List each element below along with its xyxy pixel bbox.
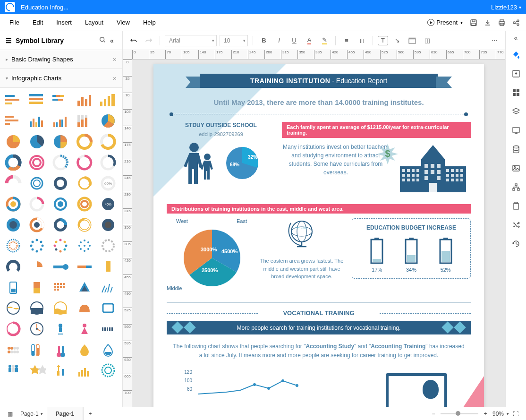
shape-thumb[interactable]	[3, 111, 24, 130]
menu-view[interactable]: View	[110, 14, 136, 31]
shape-thumb[interactable]	[26, 195, 47, 214]
shape-thumb[interactable]	[26, 340, 47, 359]
institution-text[interactable]: Many institutions invest on better teach…	[282, 143, 390, 177]
outline-toggle-icon[interactable]: ▥	[4, 407, 17, 420]
fill-tool-icon[interactable]	[509, 47, 524, 62]
hierarchy-icon[interactable]	[509, 180, 524, 195]
menu-insert[interactable]: Insert	[50, 14, 78, 31]
highlight-bar[interactable]: Distributions of training institutions i…	[167, 204, 471, 214]
shape-thumb[interactable]	[74, 91, 95, 110]
grid-panel-icon[interactable]	[509, 85, 524, 100]
shape-thumb[interactable]	[3, 132, 24, 151]
font-select[interactable]: Arial	[165, 35, 217, 46]
shape-thumb[interactable]: 60%	[98, 174, 119, 193]
page-tab[interactable]: Page-1	[47, 407, 83, 420]
collapse-panel-icon[interactable]: «	[107, 37, 117, 44]
canvas-scroll[interactable]: TRAINING INSTITUTION - Education Report …	[132, 60, 505, 407]
layers-panel-icon[interactable]	[509, 104, 524, 119]
shape-thumb[interactable]	[74, 215, 95, 234]
present-button[interactable]: Present ▾	[424, 19, 467, 26]
line-chart-preview[interactable]: 120 100 80	[167, 369, 471, 403]
image-panel-icon[interactable]	[509, 161, 524, 176]
font-size-select[interactable]: 10	[220, 35, 248, 46]
shape-thumb[interactable]	[74, 278, 95, 297]
undo-icon[interactable]	[127, 34, 140, 47]
shape-thumb[interactable]	[74, 195, 95, 214]
shape-thumb[interactable]	[50, 340, 71, 359]
shape-thumb[interactable]	[26, 361, 47, 380]
ruler-horizontal[interactable]: 0357010514017521024528031535038542045549…	[132, 50, 505, 60]
shape-thumb[interactable]	[98, 340, 119, 359]
shape-thumb[interactable]	[3, 215, 24, 234]
shape-thumb[interactable]	[26, 132, 47, 151]
highlight-bar[interactable]: Each family spent an average of $1215.00…	[282, 122, 471, 138]
shape-thumb[interactable]	[74, 132, 95, 151]
history-icon[interactable]	[509, 236, 524, 251]
shape-thumb[interactable]	[26, 278, 47, 297]
shape-thumb[interactable]	[74, 236, 95, 255]
export-icon[interactable]	[483, 17, 493, 28]
shape-thumb[interactable]	[26, 91, 47, 110]
blue-banner[interactable]: More people search for training institut…	[167, 321, 471, 334]
search-icon[interactable]	[98, 36, 107, 44]
shape-thumb[interactable]	[98, 153, 119, 172]
shape-thumb[interactable]	[98, 319, 119, 338]
subtitle-text[interactable]: Until May 2013, there are more than 14.0…	[167, 98, 471, 106]
user-menu[interactable]: Lizzie123	[491, 4, 521, 11]
shape-thumb[interactable]	[50, 132, 71, 151]
clipboard-icon[interactable]	[509, 198, 524, 214]
underline-icon[interactable]: U	[288, 34, 300, 47]
paragraph-text[interactable]: The following chart shows that people se…	[167, 342, 471, 360]
category-infographic-charts[interactable]: ▾ Infographic Charts ×	[0, 69, 122, 88]
shape-thumb[interactable]	[74, 257, 95, 276]
shape-thumb[interactable]	[74, 111, 95, 130]
bold-icon[interactable]: B	[258, 34, 270, 47]
shape-thumb[interactable]	[98, 91, 119, 110]
shape-thumb[interactable]	[3, 91, 24, 110]
shape-thumb[interactable]	[74, 319, 95, 338]
shuffle-icon[interactable]	[509, 217, 524, 232]
save-icon[interactable]	[468, 17, 479, 28]
zoom-value[interactable]: 90%	[492, 411, 504, 417]
shape-thumb[interactable]	[98, 236, 119, 255]
connector-icon[interactable]: ↘	[391, 34, 403, 47]
shape-thumb[interactable]	[3, 174, 24, 193]
italic-icon[interactable]: I	[273, 34, 285, 47]
shape-thumb[interactable]	[50, 299, 71, 317]
shape-thumb[interactable]	[98, 215, 119, 234]
shape-thumb[interactable]	[50, 91, 71, 110]
shape-thumb[interactable]	[50, 153, 71, 172]
shape-thumb[interactable]	[26, 215, 47, 234]
shape-thumb[interactable]	[98, 299, 119, 317]
page-dropdown[interactable]: Page-1 ▾	[17, 407, 47, 420]
shape-thumb[interactable]	[3, 278, 24, 297]
shape-thumb[interactable]	[74, 340, 95, 359]
chevron-down-icon[interactable]: ▾	[460, 20, 463, 25]
shape-thumb[interactable]	[74, 299, 95, 317]
close-category-icon[interactable]: ×	[113, 56, 117, 63]
category-basic-shapes[interactable]: ▸ Basic Drawing Shapes ×	[0, 50, 122, 69]
shape-thumb[interactable]	[3, 299, 24, 317]
close-category-icon[interactable]: ×	[113, 75, 117, 82]
shape-thumb[interactable]	[74, 361, 95, 380]
pie-chart[interactable]: West East Middle 4500% 3000% 2500%	[167, 218, 252, 294]
shape-thumb[interactable]	[50, 361, 71, 380]
shape-thumb[interactable]	[50, 257, 71, 276]
menu-file[interactable]: File	[3, 14, 26, 31]
shape-thumb[interactable]	[98, 278, 119, 297]
shape-thumb[interactable]: 40%	[98, 195, 119, 214]
redo-icon[interactable]	[143, 34, 155, 47]
shape-thumb[interactable]	[3, 361, 24, 380]
shape-thumb[interactable]	[26, 174, 47, 193]
vocational-heading[interactable]: VOCATIONAL TRAINING	[167, 309, 471, 317]
shape-thumb[interactable]	[26, 319, 47, 338]
shape-thumb[interactable]	[26, 111, 47, 130]
shape-thumb[interactable]	[26, 236, 47, 255]
study-section[interactable]: STDUY OUTSIDE SCHOOL edclip-2902709269 6…	[167, 122, 275, 197]
zoom-out-icon[interactable]: −	[429, 410, 438, 418]
shape-thumb[interactable]	[3, 257, 24, 276]
zoom-in-icon[interactable]: +	[481, 410, 490, 418]
budget-box[interactable]: EDUCATION BUDGET INCREASE 17% 34% 52%	[352, 218, 471, 279]
menu-help[interactable]: Help	[136, 14, 162, 31]
shape-thumb[interactable]	[50, 278, 71, 297]
